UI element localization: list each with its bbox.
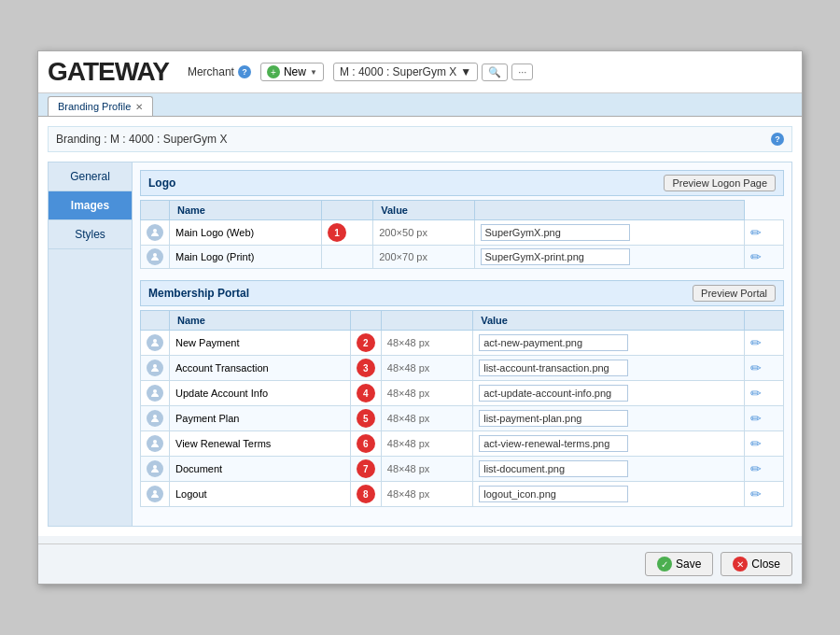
portal-row-icon [147,460,163,477]
portal-row-name: New Payment [170,331,351,356]
tab-close-icon[interactable]: ✕ [135,102,143,112]
help-icon[interactable]: ? [238,65,251,78]
logo-value-input[interactable] [481,224,630,241]
portal-section: Membership Portal Preview Portal Name Va… [140,280,784,507]
logo-row-badge [322,246,373,269]
edit-icon[interactable]: ✏ [750,360,762,375]
save-button[interactable]: ✓ Save [645,552,713,576]
portal-row-edit: ✏ [744,381,783,406]
dropdown-arrow-icon: ▼ [310,68,317,77]
merchant-more-button[interactable]: ··· [511,64,533,80]
row-icon-cell [141,431,170,457]
portal-row-dim: 48×48 px [381,331,472,356]
row-icon-cell [141,406,170,431]
portal-value-input[interactable] [479,460,628,477]
portal-value-input[interactable] [479,334,628,351]
left-nav: General Images Styles [49,162,133,526]
svg-point-5 [153,415,157,418]
new-icon: + [267,65,280,78]
close-x-icon: ✕ [733,557,748,572]
portal-row-value [473,381,745,406]
portal-value-input[interactable] [479,360,628,376]
nav-item-styles[interactable]: Styles [49,220,132,249]
nav-item-images[interactable]: Images [49,191,132,220]
portal-row-icon [147,410,163,427]
portal-row-badge: 3 [350,356,381,381]
edit-icon[interactable]: ✏ [750,436,762,451]
tab-branding-profile[interactable]: Branding Profile ✕ [48,96,153,116]
svg-point-0 [153,229,157,233]
logo-table-row: Main Logo (Print) 200×70 px ✏ [141,246,784,269]
portal-row-edit: ✏ [744,406,783,431]
logo-row-edit: ✏ [745,220,784,246]
portal-row-name: Document [170,457,351,482]
portal-col-value: Value [473,311,745,331]
logo-col-edit [474,201,745,220]
logo-value-input[interactable] [481,248,630,265]
nav-item-general[interactable]: General [49,162,132,191]
logo-table-row: Main Logo (Web) 1 200×50 px ✏ [141,220,784,246]
preview-portal-button[interactable]: Preview Portal [693,285,776,302]
portal-row-badge: 6 [350,431,381,457]
merchant-search-button[interactable]: 🔍 [482,64,508,81]
portal-table: Name Value New Payment 2 48×48 px [140,310,784,507]
portal-row-value [473,356,745,381]
portal-table-row: Document 7 48×48 px ✏ [141,457,784,482]
portal-col-edit [744,311,783,331]
logo-row-badge: 1 [322,220,373,246]
portal-row-icon [147,435,163,452]
preview-logon-button[interactable]: Preview Logon Page [664,175,776,191]
main-window: GATEWAY Merchant ? + New ▼ M : 4000 : Su… [37,50,803,585]
svg-point-2 [153,339,157,343]
row-icon-cell [141,457,170,482]
edit-icon[interactable]: ✏ [750,386,762,401]
row-icon-cell [141,220,170,246]
top-bar: GATEWAY Merchant ? + New ▼ M : 4000 : Su… [38,51,802,93]
breadcrumb-help-icon[interactable]: ? [771,133,784,146]
logo-row-edit: ✏ [745,246,784,269]
app-logo: GATEWAY [48,57,169,87]
merchant-dropdown[interactable]: M : 4000 : SuperGym X ▼ [333,63,478,81]
portal-row-dim: 48×48 px [381,356,472,381]
edit-icon[interactable]: ✏ [750,249,762,264]
portal-col-name: Name [170,311,351,331]
logo-col-value: Value [373,201,474,220]
row-icon-cell [141,356,170,381]
svg-point-8 [153,490,157,494]
portal-row-edit: ✏ [744,331,783,356]
portal-row-dim: 48×48 px [381,482,472,507]
portal-row-badge: 2 [350,331,381,356]
logo-table: Name Value Main Logo (Web) 1 200×50 px [140,200,784,269]
portal-value-input[interactable] [479,435,628,452]
new-button[interactable]: + New ▼ [260,63,324,81]
portal-row-dim: 48×48 px [381,431,472,457]
edit-icon[interactable]: ✏ [750,487,762,501]
portal-table-row: Payment Plan 5 48×48 px ✏ [141,406,784,431]
portal-value-input[interactable] [479,486,628,502]
logo-row-dim: 200×50 px [373,220,474,246]
logo-col-name [141,201,170,220]
close-button[interactable]: ✕ Close [721,552,792,576]
portal-col-dim [381,311,472,331]
portal-value-input[interactable] [479,410,628,427]
logo-row-name: Main Logo (Print) [170,246,322,269]
portal-row-value [473,457,745,482]
portal-row-value [473,406,745,431]
portal-row-badge: 4 [350,381,381,406]
portal-row-edit: ✏ [744,431,783,457]
portal-row-dim: 48×48 px [381,381,472,406]
portal-row-edit: ✏ [744,482,783,507]
portal-value-input[interactable] [479,385,628,402]
edit-icon[interactable]: ✏ [750,461,762,476]
portal-row-name: Payment Plan [170,406,351,431]
portal-row-name: View Renewal Terms [170,431,351,457]
edit-icon[interactable]: ✏ [750,225,762,240]
edit-icon[interactable]: ✏ [750,335,762,350]
logo-row-icon [147,248,163,265]
edit-icon[interactable]: ✏ [750,411,762,426]
tab-bar: Branding Profile ✕ [38,93,802,117]
portal-row-icon [147,334,163,351]
portal-table-row: New Payment 2 48×48 px ✏ [141,331,784,356]
portal-row-dim: 48×48 px [381,406,472,431]
portal-row-badge: 5 [350,406,381,431]
